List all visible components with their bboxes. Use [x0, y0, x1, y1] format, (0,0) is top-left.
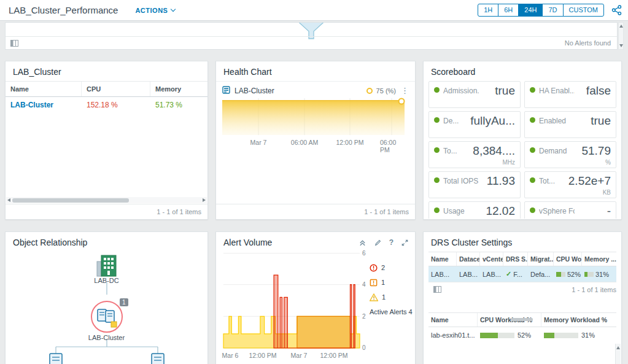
time-range-1h[interactable]: 1H [478, 4, 498, 17]
scoreboard-card-total-mhz[interactable]: To... 8,384.... MHz [428, 141, 521, 168]
scoreboard-card-demand[interactable]: Demand 51.79 % [524, 141, 616, 168]
vertical-scrollbar[interactable] [618, 22, 624, 50]
cell-cpu-workload: 52% [478, 327, 541, 343]
relationship-diagram[interactable] [6, 250, 208, 364]
scoreboard-card-admission[interactable]: Admission... true [428, 81, 521, 108]
alert-strip-footer: No Alerts found [6, 36, 617, 49]
time-range-6h[interactable]: 6H [498, 4, 519, 17]
legend-critical[interactable]: 2 [370, 260, 413, 275]
table-row[interactable]: LAB-Cluster 152.18 % 51.73 % [6, 97, 207, 113]
card-value: fullyAu... [470, 114, 515, 128]
column-header[interactable]: Memory Workload % [541, 313, 616, 327]
scroll-up-icon[interactable] [616, 346, 620, 349]
card-label: HA Enabl... [539, 87, 575, 95]
item-count: 1 - 1 of 1 items [157, 208, 201, 215]
scroll-right-icon[interactable] [203, 198, 206, 202]
collapse-icon[interactable] [359, 239, 366, 247]
column-header-memory[interactable]: Memory [150, 82, 207, 96]
widget-object-relationship: Object Relationship [5, 231, 208, 364]
cell-datacenter: LAB... [457, 266, 480, 282]
scoreboard-card-ha-enabled[interactable]: HA Enabl... false [524, 81, 616, 108]
health-chart-canvas[interactable] [222, 98, 405, 135]
column-header[interactable]: Name [428, 313, 478, 327]
expand-icon[interactable] [401, 239, 409, 247]
scoreboard-card-usage[interactable]: Usage 12.02 [428, 201, 521, 219]
cell-host-name: lab-esxih01.t... [428, 327, 478, 343]
x-tick: 12:00 PM [249, 352, 277, 359]
x-tick: 12:00 PM [320, 352, 348, 359]
widget-toolbar: ? [359, 238, 409, 247]
scoreboard-card-vsphere-folder[interactable]: vSphere Folder - [524, 201, 616, 219]
column-header[interactable]: vCenter [480, 252, 503, 266]
node-label-datacenter[interactable]: LAB-DC [6, 277, 207, 284]
cell-memory-workload: 31% [541, 327, 616, 343]
x-tick: Mar 7 [291, 352, 308, 359]
item-count: 1 - 1 of 1 items [364, 208, 409, 215]
legend-warning[interactable]: 1 [370, 290, 413, 304]
scroll-up-icon[interactable] [619, 25, 623, 28]
y-tick: 0 [362, 344, 366, 351]
column-header[interactable]: Memory ... [582, 252, 616, 266]
widget-footer: 1 - 1 of 1 items [6, 204, 207, 219]
scoreboard-card-drs-behavior[interactable]: De... fullyAu... [428, 111, 521, 138]
column-header[interactable]: Datacen [457, 252, 480, 266]
alert-list-panel: No Alerts found [5, 22, 618, 50]
cluster-link[interactable]: LAB-Cluster [6, 97, 82, 113]
scoreboard-grid: Admission... true HA Enabl... false De..… [428, 81, 616, 219]
alert-volume-chart[interactable] [223, 253, 360, 350]
alert-legend: 2 1 1 Active Alerts 4 [370, 260, 413, 316]
column-header[interactable]: CPU Wor... [554, 252, 582, 266]
column-header[interactable]: DRS S... [503, 252, 528, 266]
card-label: Total IOPS [443, 177, 478, 185]
scoreboard-card-enabled[interactable]: Enabled true [524, 111, 616, 138]
actions-menu[interactable]: ACTIONS [135, 7, 175, 14]
scoreboard-card-total-iops[interactable]: Total IOPS 11.93 [428, 171, 521, 198]
immediate-count: 1 [381, 279, 385, 286]
column-header[interactable]: Migrat... [528, 252, 554, 266]
table-row[interactable]: LAB... LAB... LAB... ✓ F... Defa... 52% … [428, 266, 616, 282]
health-object-row[interactable]: LAB-Cluster 75 (%) ⋮ [216, 83, 415, 99]
cluster-icon [98, 309, 117, 327]
time-range-24h[interactable]: 24H [518, 4, 543, 17]
column-header-name[interactable]: Name [6, 82, 82, 96]
time-range-custom[interactable]: CUSTOM [563, 4, 604, 17]
vrops-dashboard: LAB_Cluster_Performance ACTIONS 1H 6H 24… [0, 0, 628, 364]
table-row[interactable]: lab-esxih01.t... 52% 31% [428, 327, 616, 343]
y-tick: 2 [362, 313, 366, 320]
widget-title: Health Chart [216, 61, 415, 82]
column-chooser-icon[interactable] [433, 286, 441, 293]
scroll-down-icon[interactable] [619, 44, 623, 47]
legend-immediate[interactable]: 1 [370, 275, 413, 290]
cell-drs-status: ✓ F... [503, 266, 528, 282]
node-label-cluster[interactable]: LAB-Cluster [6, 334, 207, 341]
no-alerts-text: No Alerts found [565, 39, 611, 47]
edit-pencil-icon[interactable] [374, 239, 382, 247]
vertical-scrollbar[interactable] [615, 344, 621, 364]
y-tick: 4 [362, 281, 366, 288]
x-tick: Mar 6 [222, 352, 239, 359]
widget-title: LAB_Cluster [6, 61, 207, 81]
scrollbar-thumb[interactable] [12, 198, 129, 203]
card-value: 12.02 [486, 204, 515, 218]
horizontal-scrollbar-thumb[interactable] [511, 318, 533, 321]
column-header-cpu[interactable]: CPU [82, 82, 150, 96]
widget-drs-settings: DRS Cluster Settings Name Datacen vCente… [423, 231, 622, 364]
cell-cpu-workload: 52% [554, 266, 582, 282]
widget-title: DRS Cluster Settings [424, 232, 621, 252]
time-range-7d[interactable]: 7D [542, 4, 563, 17]
kebab-menu-icon[interactable]: ⋮ [401, 88, 409, 94]
column-header[interactable]: Name [428, 252, 457, 266]
share-icon[interactable] [611, 5, 622, 15]
card-label: Enabled [539, 117, 566, 125]
alert-count-badge[interactable]: 1 [120, 298, 128, 306]
critical-alert-icon [370, 264, 378, 272]
widget-title: Object Relationship [6, 232, 207, 252]
scroll-left-icon[interactable] [7, 198, 10, 202]
scoreboard-card-total-kb[interactable]: Tot... 2.52e+7 KB [524, 171, 616, 198]
status-dot [530, 117, 535, 123]
x-tick: 12:00 PM [336, 139, 364, 146]
widget-scoreboard: Scoreboard Admission... true HA Enabl...… [423, 61, 622, 220]
column-chooser-icon[interactable] [10, 40, 18, 47]
horizontal-scrollbar[interactable] [6, 197, 207, 203]
help-icon[interactable]: ? [389, 238, 393, 247]
